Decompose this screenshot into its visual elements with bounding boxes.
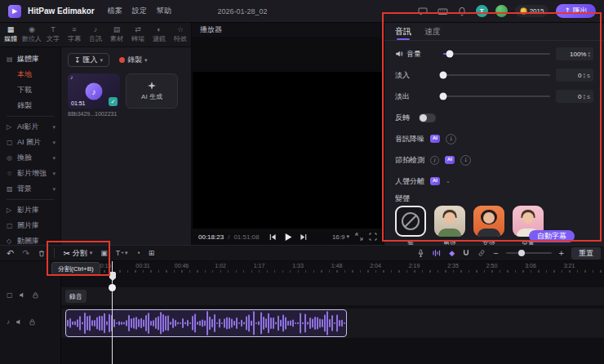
tab-subtitle[interactable]: ≡字幕 bbox=[64, 23, 85, 47]
fullscreen-icon[interactable] bbox=[369, 233, 377, 241]
play-button[interactable] bbox=[283, 233, 292, 242]
chat-icon[interactable] bbox=[417, 5, 429, 17]
tab-audio[interactable]: ♪音訊 bbox=[85, 23, 106, 47]
tab-media[interactable]: ▦媒體 bbox=[0, 23, 21, 47]
background-icon: ▨ bbox=[7, 185, 14, 193]
split-button[interactable]: ✂ 分割 ▾ bbox=[63, 248, 92, 259]
timeline-zoom-slider[interactable] bbox=[506, 252, 552, 254]
voice-option-male[interactable]: 男聲 bbox=[434, 206, 465, 245]
sidebar-header-library: ▤媒體庫 bbox=[0, 51, 60, 67]
media-clip-card[interactable]: ♪ ♪ 01:51 ✓ 88b3429...1002231 bbox=[68, 73, 120, 117]
mute-track-icon[interactable] bbox=[16, 318, 23, 326]
ai-badge: AI bbox=[445, 156, 455, 163]
auto-subtitle-button[interactable]: 自動字幕 bbox=[529, 230, 575, 242]
sidebar-item-enhance[interactable]: ☆影片增強▾ bbox=[0, 166, 60, 181]
next-frame-button[interactable] bbox=[300, 233, 307, 241]
mask-tool-button[interactable]: ▣ bbox=[100, 250, 108, 257]
fade-in-row: 淡入 0 ▴▾ s bbox=[395, 64, 593, 86]
volume-slider[interactable] bbox=[443, 53, 550, 55]
member-avatar[interactable] bbox=[495, 5, 508, 17]
bell-icon[interactable] bbox=[456, 5, 469, 17]
stepper-arrows[interactable]: ▴▾ bbox=[588, 51, 590, 57]
sidebar-item-ai-image[interactable]: ▢AI 圖片▾ bbox=[0, 135, 60, 150]
link-clips-toggle[interactable] bbox=[477, 249, 486, 257]
aspect-ratio-select[interactable]: 16:9▾ bbox=[332, 233, 349, 241]
tab-filters[interactable]: ◐濾鏡 bbox=[149, 23, 170, 47]
add-text-button[interactable]: T+▾ bbox=[116, 250, 128, 257]
download-icon[interactable]: ↓ bbox=[446, 134, 456, 144]
menu-settings[interactable]: 設定 bbox=[132, 6, 147, 16]
voiceover-mic-button[interactable] bbox=[417, 249, 424, 258]
sidebar-item-background[interactable]: ▨背景▾ bbox=[0, 181, 60, 197]
export-button[interactable]: ↥ 匯出 bbox=[556, 4, 596, 18]
sidebar-item-local[interactable]: 本地 bbox=[0, 67, 60, 82]
user-avatar[interactable]: T bbox=[476, 5, 488, 17]
sidebar-item-image-library[interactable]: ▢圖片庫 bbox=[0, 218, 60, 233]
keyboard-icon[interactable] bbox=[437, 5, 449, 17]
lock-track-icon[interactable] bbox=[32, 291, 39, 299]
reverse-toggle[interactable] bbox=[419, 113, 436, 122]
tab-effects[interactable]: ☆特效 bbox=[170, 23, 191, 47]
fit-screen-icon[interactable] bbox=[355, 233, 363, 241]
sidebar-item-video-library[interactable]: ▷影片庫 bbox=[0, 202, 60, 218]
fade-in-slider[interactable] bbox=[443, 74, 550, 76]
chevron-down-icon[interactable]: ⌄ bbox=[446, 178, 451, 184]
import-button[interactable]: ↧ 匯入 ▾ bbox=[68, 53, 109, 67]
menu-file[interactable]: 檔案 bbox=[108, 6, 122, 16]
crop-tool-button[interactable]: ⊞ bbox=[149, 250, 155, 257]
audio-clip[interactable] bbox=[65, 309, 347, 337]
audio-waveform-toggle[interactable] bbox=[432, 249, 442, 257]
info-icon[interactable]: i bbox=[430, 156, 439, 165]
sidebar-item-face-swap[interactable]: ◎換臉▾ bbox=[0, 150, 60, 166]
playhead-knob[interactable] bbox=[109, 284, 116, 291]
ai-generate-tile[interactable]: AI 生成 bbox=[126, 73, 178, 109]
delete-button[interactable] bbox=[38, 249, 46, 258]
fade-in-value[interactable]: 0 ▴▾ s bbox=[556, 69, 593, 82]
coins-badge[interactable]: 2015 bbox=[515, 5, 549, 17]
menu-help[interactable]: 幫助 bbox=[157, 6, 171, 16]
reset-button[interactable]: 重置 bbox=[571, 247, 601, 260]
clip-thumbnail: ♪ ♪ 01:51 ✓ bbox=[68, 73, 120, 109]
tab-digital-human[interactable]: ◉數位人 bbox=[21, 23, 42, 47]
sidebar-item-ai-video[interactable]: ▷AI影片▾ bbox=[0, 119, 60, 135]
stepper-arrows[interactable]: ▴▾ bbox=[583, 72, 585, 78]
sidebar-item-download[interactable]: 下載 bbox=[0, 82, 60, 98]
fade-out-slider[interactable] bbox=[443, 95, 550, 97]
download-icon[interactable]: ↓ bbox=[460, 155, 471, 166]
project-name[interactable]: 2026-01-28_02 bbox=[217, 7, 267, 16]
lock-track-icon[interactable] bbox=[29, 318, 36, 326]
video-canvas[interactable] bbox=[193, 72, 383, 229]
track-2-header: ♪ bbox=[7, 318, 36, 326]
chevron-down-icon: ▾ bbox=[346, 233, 349, 240]
record-button[interactable]: 錄製 ▾ bbox=[116, 53, 151, 67]
timeline-ruler[interactable]: 00:0000:1500:3100:461:021:171:331:482:04… bbox=[61, 261, 604, 273]
ai-badge: AI bbox=[430, 135, 440, 142]
tab-transitions[interactable]: ⇄轉場 bbox=[127, 23, 149, 47]
tab-audio-settings[interactable]: 音訊 bbox=[395, 23, 411, 40]
magnet-snap-toggle[interactable] bbox=[462, 249, 470, 257]
redo-button[interactable]: ↷ bbox=[22, 249, 29, 258]
fade-out-value[interactable]: 0 ▴▾ s bbox=[556, 90, 593, 103]
volume-value[interactable]: 100% ▴▾ bbox=[556, 47, 593, 60]
zoom-out-button[interactable]: − bbox=[493, 249, 498, 258]
previous-frame-button[interactable] bbox=[269, 233, 276, 241]
undo-button[interactable]: ↶ bbox=[7, 249, 14, 258]
sidebar-item-record[interactable]: 錄製 bbox=[0, 98, 60, 113]
tab-stickers[interactable]: ▤素材 bbox=[106, 23, 127, 47]
ruler-tick-label: 2:04 bbox=[370, 263, 381, 269]
sidebar-item-gif-library[interactable]: ◇動圖庫 bbox=[0, 233, 60, 245]
timeline-toolbar: ↶ ↷ ✂ 分割 ▾ ▣ T+▾ ◔ ⊞ ◆ bbox=[0, 245, 604, 261]
zoom-in-button[interactable]: + bbox=[559, 249, 564, 258]
voice-option-female[interactable]: 女聲 bbox=[473, 206, 504, 245]
stepper-arrows[interactable]: ▴▾ bbox=[583, 93, 585, 100]
voice-option-none[interactable]: 無 bbox=[395, 206, 426, 245]
media-content: ↧ 匯入 ▾ 錄製 ▾ ♪ bbox=[61, 47, 191, 245]
timeline: 00:0000:1500:3100:461:021:171:331:482:04… bbox=[0, 261, 604, 364]
tab-speed-settings[interactable]: 速度 bbox=[424, 23, 441, 40]
keyframe-toggle[interactable]: ◆ bbox=[449, 250, 455, 257]
mute-track-icon[interactable] bbox=[19, 291, 26, 299]
tab-text[interactable]: T文字 bbox=[42, 23, 64, 47]
speed-tool-button[interactable]: ◔ bbox=[135, 250, 140, 257]
voiceover-clip[interactable]: 錄音 bbox=[65, 290, 87, 303]
media-panel: ▦媒體 ◉數位人 T文字 ≡字幕 ♪音訊 ▤素材 ⇄轉場 ◐濾鏡 ☆特效 ▤媒體… bbox=[0, 23, 192, 245]
